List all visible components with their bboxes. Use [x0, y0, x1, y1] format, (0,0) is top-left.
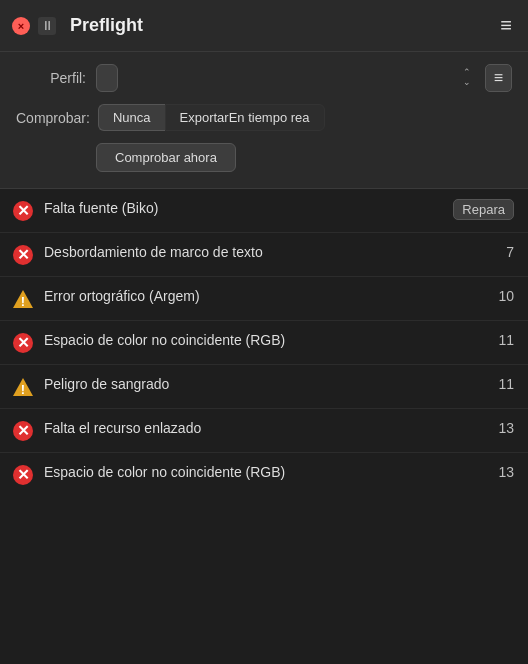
- list-item[interactable]: ! Peligro de sangrado11: [0, 365, 528, 409]
- profile-menu-icon: ≡: [494, 69, 503, 86]
- warning-icon: !: [12, 288, 34, 310]
- results-list: ✕ Falta fuente (Biko)Repara ✕ Desbordami…: [0, 189, 528, 664]
- result-page-number: 13: [494, 420, 514, 436]
- profile-menu-button[interactable]: ≡: [485, 64, 512, 92]
- pause-icon: ⏸: [41, 18, 54, 33]
- result-page-number: 7: [494, 244, 514, 260]
- svg-text:✕: ✕: [17, 334, 30, 351]
- check-realtime-button[interactable]: ExportarEn tiempo rea: [165, 104, 325, 131]
- error-icon: ✕: [12, 464, 34, 486]
- list-item[interactable]: ✕ Falta fuente (Biko)Repara: [0, 189, 528, 233]
- list-item[interactable]: ! Error ortográfico (Argem)10: [0, 277, 528, 321]
- window-controls: × ⏸: [12, 17, 56, 35]
- check-label: Comprobar:: [16, 110, 90, 126]
- result-page-number: 11: [494, 332, 514, 348]
- svg-text:!: !: [21, 382, 25, 397]
- result-page-number: 11: [494, 376, 514, 392]
- result-text: Error ortográfico (Argem): [44, 287, 484, 307]
- menu-icon: ≡: [500, 14, 512, 36]
- result-text: Peligro de sangrado: [44, 375, 484, 395]
- result-text: Falta fuente (Biko): [44, 199, 443, 219]
- svg-text:✕: ✕: [17, 246, 30, 263]
- panel-title: Preflight: [70, 15, 496, 36]
- repair-button[interactable]: Repara: [453, 199, 514, 220]
- title-bar: × ⏸ Preflight ≡: [0, 0, 528, 52]
- list-item[interactable]: ✕ Falta el recurso enlazado13: [0, 409, 528, 453]
- pause-button[interactable]: ⏸: [38, 17, 56, 35]
- close-icon: ×: [18, 20, 24, 32]
- controls-area: Perfil: ≡ Comprobar: Nunca ExportarEn ti…: [0, 52, 528, 189]
- warning-icon: !: [12, 376, 34, 398]
- result-page-number: 10: [494, 288, 514, 304]
- result-text: Espacio de color no coincidente (RGB): [44, 331, 484, 351]
- result-text: Espacio de color no coincidente (RGB): [44, 463, 484, 483]
- check-row: Comprobar: Nunca ExportarEn tiempo rea: [16, 104, 512, 131]
- error-icon: ✕: [12, 200, 34, 222]
- error-icon: ✕: [12, 420, 34, 442]
- error-icon: ✕: [12, 244, 34, 266]
- result-text: Desbordamiento de marco de texto: [44, 243, 484, 263]
- check-now-button[interactable]: Comprobar ahora: [96, 143, 236, 172]
- list-item[interactable]: ✕ Desbordamiento de marco de texto7: [0, 233, 528, 277]
- check-never-button[interactable]: Nunca: [98, 104, 165, 131]
- profile-dropdown[interactable]: [96, 64, 118, 92]
- svg-text:!: !: [21, 294, 25, 309]
- profile-select-wrapper: ≡: [96, 64, 512, 92]
- list-item[interactable]: ✕ Espacio de color no coincidente (RGB)1…: [0, 321, 528, 365]
- svg-text:✕: ✕: [17, 466, 30, 483]
- profile-label: Perfil:: [16, 70, 86, 86]
- svg-text:✕: ✕: [17, 202, 30, 219]
- panel-menu-button[interactable]: ≡: [496, 10, 516, 41]
- select-wrapper: [96, 64, 479, 92]
- close-button[interactable]: ×: [12, 17, 30, 35]
- list-item[interactable]: ✕ Espacio de color no coincidente (RGB)1…: [0, 453, 528, 497]
- svg-text:✕: ✕: [17, 422, 30, 439]
- result-page-number: 13: [494, 464, 514, 480]
- result-text: Falta el recurso enlazado: [44, 419, 484, 439]
- profile-row: Perfil: ≡: [16, 64, 512, 92]
- error-icon: ✕: [12, 332, 34, 354]
- check-button-group: Nunca ExportarEn tiempo rea: [98, 104, 325, 131]
